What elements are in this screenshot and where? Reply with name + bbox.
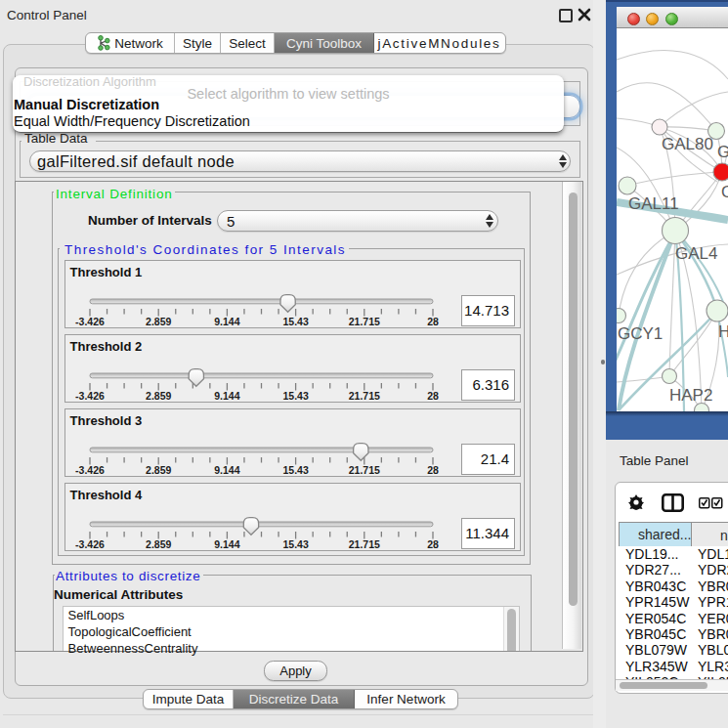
- svg-text:9.144: 9.144: [214, 538, 239, 550]
- svg-text:C: C: [721, 183, 728, 201]
- svg-text:15.43: 15.43: [282, 464, 308, 476]
- svg-text:-3.426: -3.426: [75, 316, 105, 327]
- svg-text:28: 28: [427, 538, 439, 550]
- svg-text:28: 28: [427, 464, 439, 476]
- svg-text:21.715: 21.715: [349, 464, 380, 476]
- svg-text:GAL80: GAL80: [662, 135, 713, 153]
- svg-text:2.859: 2.859: [146, 464, 171, 476]
- svg-text:GAL4: GAL4: [675, 244, 717, 263]
- svg-text:-3.426: -3.426: [75, 390, 105, 402]
- svg-text:9.144: 9.144: [214, 464, 239, 476]
- svg-text:-3.426: -3.426: [75, 538, 105, 550]
- svg-text:GAL11: GAL11: [628, 194, 679, 213]
- svg-text:21.715: 21.715: [349, 316, 380, 327]
- svg-text:15.43: 15.43: [282, 316, 308, 327]
- svg-text:H: H: [718, 322, 728, 341]
- svg-text:GA: GA: [717, 143, 728, 161]
- svg-text:2.859: 2.859: [146, 538, 171, 550]
- svg-text:15.43: 15.43: [282, 390, 308, 402]
- svg-text:-3.426: -3.426: [75, 464, 105, 476]
- svg-text:2.859: 2.859: [146, 316, 171, 327]
- svg-text:21.715: 21.715: [349, 390, 380, 402]
- svg-text:15.43: 15.43: [282, 538, 308, 550]
- svg-text:28: 28: [427, 390, 439, 402]
- svg-text:2.859: 2.859: [146, 390, 171, 402]
- svg-text:28: 28: [427, 316, 439, 327]
- svg-text:21.715: 21.715: [349, 538, 380, 550]
- svg-text:HAP2: HAP2: [669, 386, 712, 405]
- svg-text:9.144: 9.144: [214, 390, 239, 402]
- svg-text:GCY1: GCY1: [618, 324, 663, 343]
- svg-text:9.144: 9.144: [214, 316, 239, 327]
